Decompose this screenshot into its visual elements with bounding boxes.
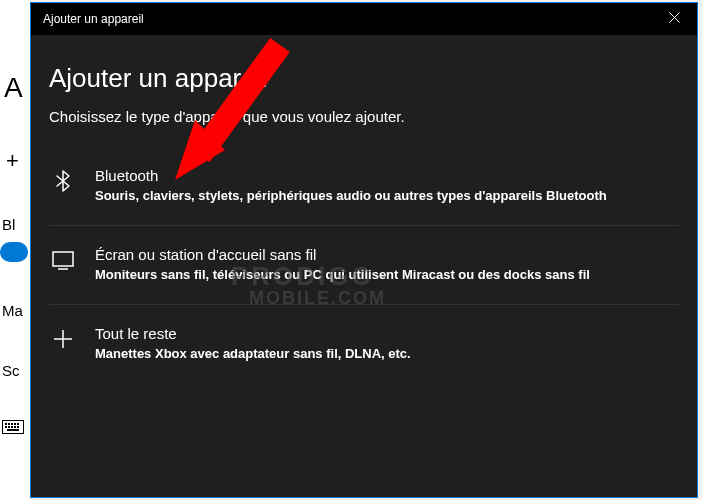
bg-toggle xyxy=(0,242,28,262)
option-text: Bluetooth Souris, claviers, stylets, pér… xyxy=(95,167,679,205)
bg-partial-text: A xyxy=(4,72,23,104)
svg-rect-5 xyxy=(17,423,19,425)
svg-rect-6 xyxy=(5,426,7,428)
bg-plus-icon: + xyxy=(6,148,19,174)
option-bluetooth[interactable]: Bluetooth Souris, claviers, stylets, pér… xyxy=(49,153,679,219)
dialog-heading: Ajouter un appareil xyxy=(49,63,679,94)
svg-rect-2 xyxy=(8,423,10,425)
dialog-subheading: Choisissez le type d'appareil que vous v… xyxy=(49,108,679,125)
display-icon xyxy=(49,246,77,272)
svg-rect-11 xyxy=(7,429,19,431)
keyboard-icon xyxy=(2,420,24,438)
dialog-content: Ajouter un appareil Choisissez le type d… xyxy=(31,35,697,378)
svg-rect-7 xyxy=(8,426,10,428)
option-text: Écran ou station d'accueil sans fil Moni… xyxy=(95,246,679,284)
svg-rect-1 xyxy=(5,423,7,425)
svg-rect-10 xyxy=(17,426,19,428)
add-device-dialog: Ajouter un appareil Ajouter un appareil … xyxy=(30,2,698,498)
close-icon xyxy=(669,12,680,26)
bg-partial-text: Ma xyxy=(2,302,23,319)
option-everything-else[interactable]: Tout le reste Manettes Xbox avec adaptat… xyxy=(49,311,679,377)
titlebar: Ajouter un appareil xyxy=(31,3,697,35)
divider xyxy=(49,304,679,305)
option-wireless-display[interactable]: Écran ou station d'accueil sans fil Moni… xyxy=(49,232,679,298)
option-title: Bluetooth xyxy=(95,167,679,184)
svg-rect-9 xyxy=(14,426,16,428)
option-desc: Moniteurs sans fil, téléviseurs ou PC qu… xyxy=(95,266,679,284)
option-desc: Manettes Xbox avec adaptateur sans fil, … xyxy=(95,345,679,363)
bg-partial-text: Bl xyxy=(2,216,15,233)
plus-icon xyxy=(49,325,77,351)
svg-rect-4 xyxy=(14,423,16,425)
option-text: Tout le reste Manettes Xbox avec adaptat… xyxy=(95,325,679,363)
option-title: Écran ou station d'accueil sans fil xyxy=(95,246,679,263)
close-button[interactable] xyxy=(651,3,697,35)
option-desc: Souris, claviers, stylets, périphériques… xyxy=(95,187,679,205)
svg-rect-12 xyxy=(53,252,73,266)
svg-rect-3 xyxy=(11,423,13,425)
bg-partial-text: Sc xyxy=(2,362,20,379)
titlebar-title: Ajouter un appareil xyxy=(43,12,144,26)
svg-rect-8 xyxy=(11,426,13,428)
background-settings-page: A + Bl Ma Sc xyxy=(0,0,30,500)
divider xyxy=(49,225,679,226)
bluetooth-icon xyxy=(49,167,77,193)
option-title: Tout le reste xyxy=(95,325,679,342)
